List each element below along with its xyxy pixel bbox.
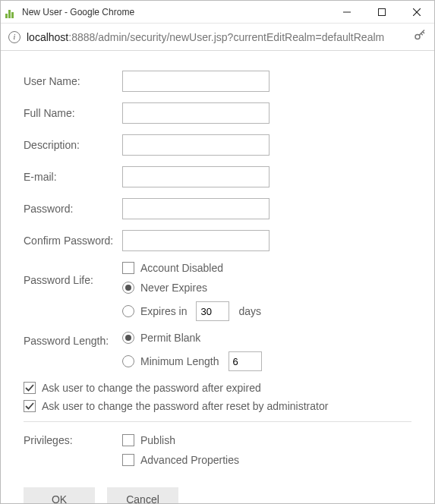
minimum-length-radio[interactable] <box>122 355 134 367</box>
app-icon <box>5 6 17 18</box>
expires-in-radio[interactable] <box>122 305 134 317</box>
password-key-icon[interactable] <box>413 29 427 45</box>
ok-button[interactable]: OK <box>24 487 95 504</box>
account-disabled-label: Account Disabled <box>140 262 223 274</box>
expires-in-prefix: Expires in <box>140 305 187 317</box>
password-life-label: Password Life: <box>24 262 122 286</box>
expires-in-suffix: days <box>238 305 261 317</box>
minimum-length-input[interactable] <box>229 351 262 371</box>
publish-label: Publish <box>140 434 175 446</box>
account-disabled-checkbox[interactable] <box>122 262 134 274</box>
fullname-label: Full Name: <box>24 107 122 119</box>
window-titlebar: New User - Google Chrome <box>1 1 434 24</box>
ask-after-expired-checkbox[interactable] <box>24 382 36 394</box>
address-bar[interactable]: i localhost:8888/admin/security/newUser.… <box>1 24 434 51</box>
cancel-button[interactable]: Cancel <box>107 487 178 504</box>
minimum-length-label: Minimum Length <box>140 355 219 367</box>
ask-after-expired-label: Ask user to change the password after ex… <box>42 382 261 394</box>
password-input[interactable] <box>122 198 270 219</box>
password-label: Password: <box>24 203 122 215</box>
email-label: E-mail: <box>24 171 122 183</box>
fullname-input[interactable] <box>122 102 270 124</box>
never-expires-label: Never Expires <box>140 282 207 294</box>
password-length-label: Password Length: <box>24 332 122 347</box>
confirm-password-input[interactable] <box>122 230 270 251</box>
close-button[interactable] <box>399 1 434 24</box>
svg-rect-1 <box>379 8 386 15</box>
maximize-button[interactable] <box>364 1 399 24</box>
description-input[interactable] <box>122 134 270 156</box>
permit-blank-radio[interactable] <box>122 332 134 344</box>
privileges-label: Privileges: <box>24 434 122 446</box>
minimize-button[interactable] <box>329 1 364 24</box>
site-info-icon[interactable]: i <box>8 31 20 43</box>
svg-point-4 <box>415 35 420 39</box>
publish-checkbox[interactable] <box>122 434 134 446</box>
ask-after-reset-checkbox[interactable] <box>24 400 36 412</box>
divider <box>24 421 411 422</box>
url-path: :8888/admin/security/newUser.jsp?current… <box>68 31 384 43</box>
username-label: User Name: <box>24 75 122 87</box>
window-title: New User - Google Chrome <box>22 7 134 17</box>
confirm-password-label: Confirm Password: <box>24 235 122 247</box>
url-host: localhost <box>27 31 68 43</box>
expires-days-input[interactable] <box>196 301 229 321</box>
advanced-properties-checkbox[interactable] <box>122 454 134 466</box>
username-input[interactable] <box>122 71 270 92</box>
never-expires-radio[interactable] <box>122 282 134 294</box>
description-label: Description: <box>24 139 122 151</box>
permit-blank-label: Permit Blank <box>140 332 200 344</box>
new-user-form: User Name: Full Name: Description: E-mai… <box>1 51 434 504</box>
advanced-properties-label: Advanced Properties <box>140 454 239 466</box>
email-input[interactable] <box>122 166 270 187</box>
ask-after-reset-label: Ask user to change the password after re… <box>42 400 328 412</box>
